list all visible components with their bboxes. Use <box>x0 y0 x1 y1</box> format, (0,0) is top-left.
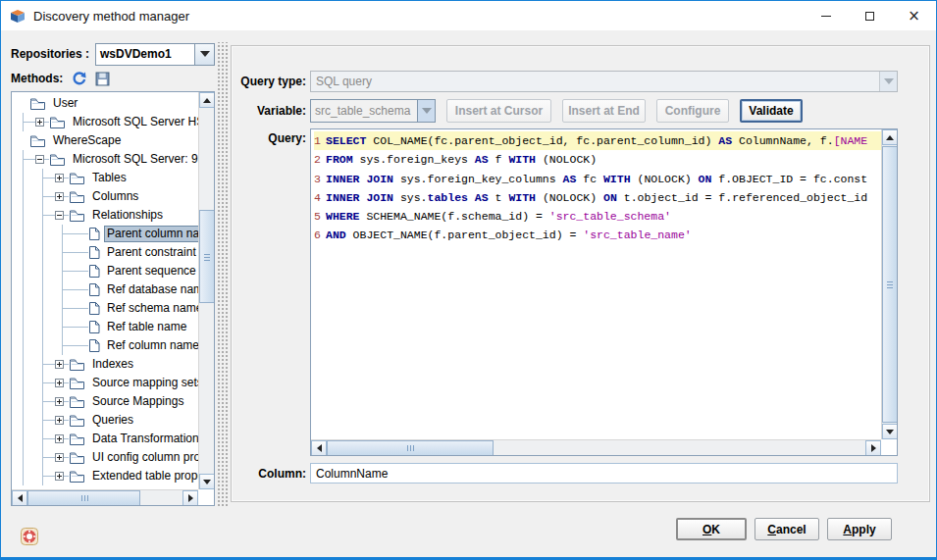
configure-button[interactable]: Configure <box>656 99 729 123</box>
tree-item-label: Parent column name <box>104 226 198 242</box>
column-field[interactable]: ColumnName <box>310 463 898 484</box>
chevron-down-icon <box>422 108 432 114</box>
insert-at-cursor-button[interactable]: Insert at Cursor <box>446 99 551 123</box>
scroll-down-button[interactable] <box>199 474 215 489</box>
tree-item[interactable]: Source Mappings <box>14 392 198 411</box>
expand-icon[interactable] <box>55 174 64 182</box>
tree-item[interactable]: Indexes <box>14 355 198 374</box>
tree-guide-line <box>33 243 53 262</box>
tree-item[interactable]: Tables <box>14 169 198 187</box>
expand-icon[interactable] <box>55 379 64 387</box>
expand-icon[interactable] <box>55 472 64 481</box>
tree-rows: UserMicrosoft SQL Server HS: 9WhereScape… <box>12 92 198 489</box>
save-methods-button[interactable] <box>95 72 110 86</box>
tree-item[interactable]: Ref schema name <box>14 299 198 318</box>
tree-item[interactable]: Microsoft SQL Server HS: 9 <box>14 113 198 131</box>
sql-query-editor[interactable]: 1SELECT COL_NAME(fc.parent_object_id, fc… <box>310 128 898 456</box>
repository-dropdown-button[interactable] <box>194 44 214 65</box>
expand-icon[interactable] <box>55 434 64 443</box>
sql-code-area[interactable]: 1SELECT COL_NAME(fc.parent_object_id, fc… <box>311 129 881 439</box>
variable-combobox[interactable]: src_table_schema <box>310 99 436 123</box>
tree-item-label: Ref schema name <box>104 300 198 317</box>
tree-item[interactable]: Ref database name <box>14 280 198 299</box>
scroll-right-button[interactable] <box>865 440 881 456</box>
expand-icon[interactable] <box>55 453 64 462</box>
scrollbar-thumb[interactable] <box>882 146 898 423</box>
tree-twisty-cell <box>53 169 69 187</box>
variable-dropdown-button[interactable] <box>417 100 435 122</box>
refresh-methods-button[interactable] <box>72 72 86 86</box>
scrollbar-thumb[interactable] <box>199 210 215 303</box>
tree-twisty-cell <box>73 243 88 262</box>
tree-item-label: Microsoft SQL Server: 9.0 - <box>70 151 198 168</box>
tree-item[interactable]: Microsoft SQL Server: 9.0 - <box>14 150 198 169</box>
scroll-right-button[interactable] <box>182 490 198 506</box>
tree-twisty-cell <box>53 411 69 430</box>
methods-tree: UserMicrosoft SQL Server HS: 9WhereScape… <box>11 91 215 506</box>
help-button[interactable] <box>21 528 38 545</box>
scroll-up-button[interactable] <box>199 92 215 108</box>
insert-at-end-button[interactable]: Insert at End <box>562 99 646 123</box>
editor-horizontal-scrollbar[interactable] <box>311 439 881 455</box>
tree-item[interactable]: WhereScape <box>14 131 198 150</box>
document-icon <box>88 338 100 353</box>
validate-button[interactable]: Validate <box>740 99 803 123</box>
tree-item[interactable]: Parent column name <box>14 225 198 243</box>
line-number: 4 <box>314 188 326 207</box>
query-type-dropdown-button[interactable] <box>879 72 897 91</box>
title-bar[interactable]: Discovery method manager × <box>1 1 936 30</box>
scroll-left-button[interactable] <box>311 440 327 456</box>
folder-icon <box>69 209 85 223</box>
expand-icon[interactable] <box>55 192 64 201</box>
tree-guide-line <box>33 299 53 318</box>
tree-twisty-cell <box>73 299 88 318</box>
scroll-left-button[interactable] <box>12 490 27 506</box>
ok-button[interactable]: OK <box>676 518 747 540</box>
tree-item[interactable]: Ref column name <box>14 336 198 355</box>
scroll-up-button[interactable] <box>882 129 898 145</box>
maximize-button[interactable] <box>848 1 892 30</box>
tree-item[interactable]: Extended table properties <box>14 467 198 485</box>
scrollbar-thumb[interactable] <box>327 440 494 456</box>
expand-icon[interactable] <box>55 416 64 425</box>
tree-vertical-scrollbar[interactable] <box>198 92 214 489</box>
apply-button[interactable]: Apply <box>827 518 892 540</box>
tree-item[interactable]: Source mapping sets <box>14 374 198 392</box>
expand-icon[interactable] <box>55 360 64 369</box>
query-type-value: SQL query <box>311 75 879 88</box>
tree-twisty-cell <box>73 225 88 243</box>
tree-item[interactable]: User <box>14 94 198 113</box>
tree-guide-line <box>14 243 33 262</box>
tree-item[interactable]: Parent sequence <box>14 262 198 280</box>
tree-item[interactable]: Data Transformations <box>14 430 198 448</box>
code-line: 1SELECT COL_NAME(fc.parent_object_id, fc… <box>314 131 881 150</box>
tree-item-label: Ref column name <box>104 337 198 354</box>
tree-item-label: User <box>50 95 80 112</box>
expand-icon[interactable] <box>55 397 64 406</box>
tree-item[interactable]: Parent constraint name <box>14 243 198 262</box>
panel-splitter[interactable] <box>216 42 229 506</box>
collapse-icon[interactable] <box>55 211 64 220</box>
tree-item[interactable]: Queries <box>14 411 198 430</box>
document-icon <box>88 227 100 241</box>
scroll-down-button[interactable] <box>882 424 898 439</box>
line-number: 3 <box>314 170 326 188</box>
expand-icon[interactable] <box>35 118 44 127</box>
query-type-combobox[interactable]: SQL query <box>310 71 898 92</box>
minimize-button[interactable] <box>804 1 848 30</box>
tree-item[interactable]: Ref table name <box>14 318 198 336</box>
close-button[interactable]: × <box>892 1 936 30</box>
tree-twisty-cell <box>73 280 88 299</box>
tree-guide-line <box>33 225 53 243</box>
tree-item[interactable]: Columns <box>14 187 198 206</box>
collapse-icon[interactable] <box>35 155 44 164</box>
cancel-button[interactable]: Cancel <box>755 518 819 540</box>
app-icon <box>10 8 26 24</box>
tree-guide-line <box>14 206 33 225</box>
tree-horizontal-scrollbar[interactable] <box>12 489 198 505</box>
tree-item[interactable]: Relationships <box>14 206 198 225</box>
editor-vertical-scrollbar[interactable] <box>881 129 897 439</box>
tree-item[interactable]: UI config column properties <box>14 448 198 467</box>
repository-combobox[interactable]: wsDVDemo1 <box>95 43 215 66</box>
scrollbar-thumb[interactable] <box>27 490 140 506</box>
